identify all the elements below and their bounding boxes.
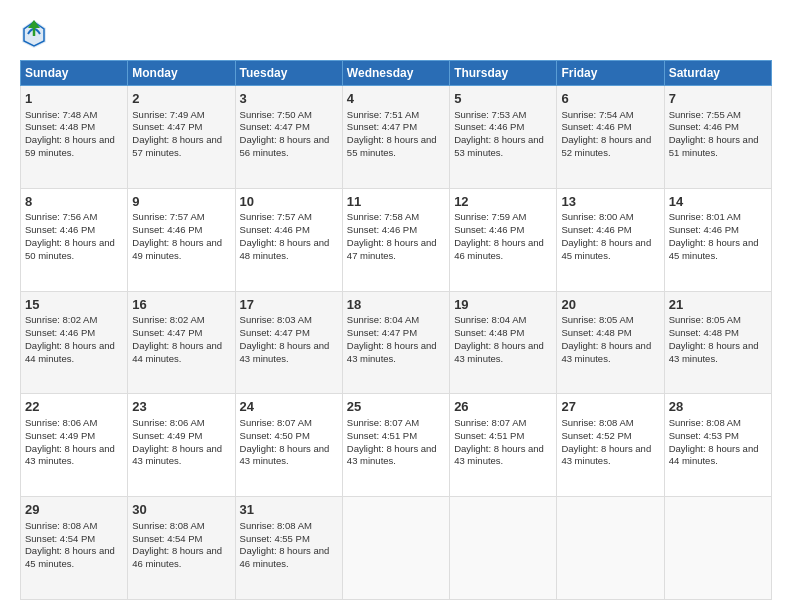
sunset-text: Sunset: 4:47 PM	[240, 327, 310, 338]
day-number: 16	[132, 296, 230, 314]
sunset-text: Sunset: 4:46 PM	[669, 121, 739, 132]
calendar-cell: 23Sunrise: 8:06 AMSunset: 4:49 PMDayligh…	[128, 394, 235, 497]
sunrise-text: Sunrise: 7:54 AM	[561, 109, 633, 120]
daylight-text: Daylight: 8 hours and 43 minutes.	[347, 443, 437, 467]
sunrise-text: Sunrise: 7:59 AM	[454, 211, 526, 222]
day-number: 6	[561, 90, 659, 108]
day-number: 15	[25, 296, 123, 314]
sunrise-text: Sunrise: 8:02 AM	[132, 314, 204, 325]
calendar-cell: 10Sunrise: 7:57 AMSunset: 4:46 PMDayligh…	[235, 188, 342, 291]
daylight-text: Daylight: 8 hours and 46 minutes.	[454, 237, 544, 261]
sunset-text: Sunset: 4:49 PM	[132, 430, 202, 441]
daylight-text: Daylight: 8 hours and 49 minutes.	[132, 237, 222, 261]
daylight-text: Daylight: 8 hours and 53 minutes.	[454, 134, 544, 158]
calendar-cell: 20Sunrise: 8:05 AMSunset: 4:48 PMDayligh…	[557, 291, 664, 394]
day-number: 29	[25, 501, 123, 519]
calendar-cell: 21Sunrise: 8:05 AMSunset: 4:48 PMDayligh…	[664, 291, 771, 394]
sunset-text: Sunset: 4:46 PM	[561, 121, 631, 132]
daylight-text: Daylight: 8 hours and 44 minutes.	[669, 443, 759, 467]
day-number: 8	[25, 193, 123, 211]
daylight-text: Daylight: 8 hours and 52 minutes.	[561, 134, 651, 158]
day-number: 5	[454, 90, 552, 108]
calendar-cell: 31Sunrise: 8:08 AMSunset: 4:55 PMDayligh…	[235, 497, 342, 600]
sunset-text: Sunset: 4:47 PM	[240, 121, 310, 132]
sunrise-text: Sunrise: 7:48 AM	[25, 109, 97, 120]
daylight-text: Daylight: 8 hours and 43 minutes.	[240, 340, 330, 364]
sunset-text: Sunset: 4:46 PM	[454, 121, 524, 132]
sunset-text: Sunset: 4:54 PM	[25, 533, 95, 544]
sunrise-text: Sunrise: 7:56 AM	[25, 211, 97, 222]
sunset-text: Sunset: 4:50 PM	[240, 430, 310, 441]
daylight-text: Daylight: 8 hours and 46 minutes.	[132, 545, 222, 569]
sunset-text: Sunset: 4:46 PM	[454, 224, 524, 235]
daylight-text: Daylight: 8 hours and 43 minutes.	[561, 340, 651, 364]
sunrise-text: Sunrise: 7:50 AM	[240, 109, 312, 120]
page: SundayMondayTuesdayWednesdayThursdayFrid…	[0, 0, 792, 612]
sunset-text: Sunset: 4:46 PM	[561, 224, 631, 235]
calendar-week-row: 15Sunrise: 8:02 AMSunset: 4:46 PMDayligh…	[21, 291, 772, 394]
sunrise-text: Sunrise: 8:08 AM	[240, 520, 312, 531]
calendar-cell: 25Sunrise: 8:07 AMSunset: 4:51 PMDayligh…	[342, 394, 449, 497]
sunset-text: Sunset: 4:48 PM	[25, 121, 95, 132]
daylight-text: Daylight: 8 hours and 51 minutes.	[669, 134, 759, 158]
daylight-text: Daylight: 8 hours and 43 minutes.	[25, 443, 115, 467]
sunset-text: Sunset: 4:48 PM	[454, 327, 524, 338]
sunset-text: Sunset: 4:46 PM	[25, 327, 95, 338]
calendar-table: SundayMondayTuesdayWednesdayThursdayFrid…	[20, 60, 772, 600]
sunrise-text: Sunrise: 8:07 AM	[454, 417, 526, 428]
calendar-cell: 1Sunrise: 7:48 AMSunset: 4:48 PMDaylight…	[21, 86, 128, 189]
day-number: 23	[132, 398, 230, 416]
calendar-cell: 28Sunrise: 8:08 AMSunset: 4:53 PMDayligh…	[664, 394, 771, 497]
sunset-text: Sunset: 4:47 PM	[347, 327, 417, 338]
calendar-cell: 8Sunrise: 7:56 AMSunset: 4:46 PMDaylight…	[21, 188, 128, 291]
calendar-header-saturday: Saturday	[664, 61, 771, 86]
daylight-text: Daylight: 8 hours and 44 minutes.	[25, 340, 115, 364]
sunrise-text: Sunrise: 8:08 AM	[561, 417, 633, 428]
sunrise-text: Sunrise: 8:04 AM	[347, 314, 419, 325]
sunset-text: Sunset: 4:47 PM	[132, 327, 202, 338]
calendar-header-sunday: Sunday	[21, 61, 128, 86]
calendar-header-wednesday: Wednesday	[342, 61, 449, 86]
sunset-text: Sunset: 4:47 PM	[347, 121, 417, 132]
daylight-text: Daylight: 8 hours and 59 minutes.	[25, 134, 115, 158]
sunrise-text: Sunrise: 7:53 AM	[454, 109, 526, 120]
daylight-text: Daylight: 8 hours and 43 minutes.	[347, 340, 437, 364]
day-number: 25	[347, 398, 445, 416]
calendar-cell	[450, 497, 557, 600]
day-number: 12	[454, 193, 552, 211]
daylight-text: Daylight: 8 hours and 43 minutes.	[561, 443, 651, 467]
calendar-cell: 11Sunrise: 7:58 AMSunset: 4:46 PMDayligh…	[342, 188, 449, 291]
calendar-cell	[557, 497, 664, 600]
daylight-text: Daylight: 8 hours and 43 minutes.	[669, 340, 759, 364]
sunrise-text: Sunrise: 8:00 AM	[561, 211, 633, 222]
calendar-cell: 4Sunrise: 7:51 AMSunset: 4:47 PMDaylight…	[342, 86, 449, 189]
day-number: 31	[240, 501, 338, 519]
calendar-cell: 6Sunrise: 7:54 AMSunset: 4:46 PMDaylight…	[557, 86, 664, 189]
sunset-text: Sunset: 4:46 PM	[132, 224, 202, 235]
daylight-text: Daylight: 8 hours and 48 minutes.	[240, 237, 330, 261]
day-number: 1	[25, 90, 123, 108]
sunrise-text: Sunrise: 8:08 AM	[669, 417, 741, 428]
logo	[20, 18, 52, 50]
sunrise-text: Sunrise: 8:07 AM	[347, 417, 419, 428]
daylight-text: Daylight: 8 hours and 46 minutes.	[240, 545, 330, 569]
sunset-text: Sunset: 4:46 PM	[347, 224, 417, 235]
sunrise-text: Sunrise: 8:06 AM	[25, 417, 97, 428]
calendar-cell: 26Sunrise: 8:07 AMSunset: 4:51 PMDayligh…	[450, 394, 557, 497]
daylight-text: Daylight: 8 hours and 57 minutes.	[132, 134, 222, 158]
sunset-text: Sunset: 4:54 PM	[132, 533, 202, 544]
calendar-header-thursday: Thursday	[450, 61, 557, 86]
calendar-cell	[664, 497, 771, 600]
calendar-cell: 14Sunrise: 8:01 AMSunset: 4:46 PMDayligh…	[664, 188, 771, 291]
calendar-cell: 2Sunrise: 7:49 AMSunset: 4:47 PMDaylight…	[128, 86, 235, 189]
calendar-header-friday: Friday	[557, 61, 664, 86]
day-number: 4	[347, 90, 445, 108]
sunrise-text: Sunrise: 8:06 AM	[132, 417, 204, 428]
calendar-cell: 9Sunrise: 7:57 AMSunset: 4:46 PMDaylight…	[128, 188, 235, 291]
calendar-week-row: 29Sunrise: 8:08 AMSunset: 4:54 PMDayligh…	[21, 497, 772, 600]
calendar-cell: 22Sunrise: 8:06 AMSunset: 4:49 PMDayligh…	[21, 394, 128, 497]
day-number: 19	[454, 296, 552, 314]
day-number: 9	[132, 193, 230, 211]
calendar-cell: 29Sunrise: 8:08 AMSunset: 4:54 PMDayligh…	[21, 497, 128, 600]
header	[20, 18, 772, 50]
